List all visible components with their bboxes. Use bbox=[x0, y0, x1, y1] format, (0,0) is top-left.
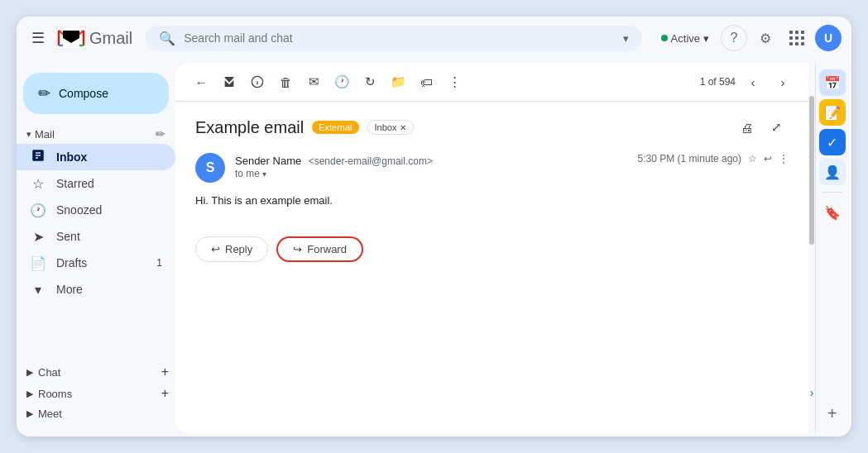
edit-icon[interactable]: ✏ bbox=[156, 127, 165, 141]
compose-label: Compose bbox=[59, 87, 108, 100]
bookmark-panel-button[interactable]: 🔖 bbox=[819, 199, 846, 226]
more-actions-button[interactable]: ⋮ bbox=[442, 69, 467, 94]
forward-button[interactable]: ↪ Forward bbox=[276, 236, 363, 262]
inbox-tag-close-icon[interactable]: ✕ bbox=[400, 123, 406, 132]
meet-label: Meet bbox=[38, 408, 62, 420]
compose-button[interactable]: ✏ Compose bbox=[23, 73, 169, 114]
search-input[interactable] bbox=[184, 31, 615, 45]
email-header: S Sender Name <sender-email@gmail.com> t… bbox=[195, 153, 789, 183]
mark-email-button[interactable]: ✉ bbox=[301, 69, 326, 94]
delete-button[interactable]: 🗑 bbox=[273, 69, 298, 94]
sidebar-item-inbox[interactable]: Inbox bbox=[17, 144, 175, 170]
sent-label: Sent bbox=[56, 230, 80, 243]
tasks-panel-button[interactable]: ✓ bbox=[819, 129, 846, 155]
sidebar-item-snoozed[interactable]: 🕐 Snoozed bbox=[17, 197, 175, 223]
drafts-icon: 📄 bbox=[30, 255, 46, 271]
email-subject: Example email bbox=[195, 118, 304, 137]
avatar[interactable]: U bbox=[815, 25, 842, 51]
external-tag: External bbox=[312, 121, 358, 134]
inbox-tag[interactable]: Inbox ✕ bbox=[367, 120, 415, 135]
svg-rect-8 bbox=[789, 36, 793, 40]
drafts-badge: 1 bbox=[156, 257, 162, 269]
search-dropdown-icon[interactable]: ▾ bbox=[623, 32, 629, 45]
sidebar-item-drafts[interactable]: 📄 Drafts 1 bbox=[17, 250, 175, 276]
reply-icon: ↩ bbox=[211, 243, 220, 255]
action-buttons: ↩ Reply ↪ Forward bbox=[195, 230, 789, 269]
drafts-label: Drafts bbox=[56, 256, 87, 269]
starred-icon: ☆ bbox=[30, 176, 46, 192]
meet-section-label: ▶ Meet bbox=[26, 408, 62, 420]
main-layout: ✏ Compose ▾ Mail ✏ Inbox ☆ Starred bbox=[17, 60, 851, 436]
help-button[interactable]: ? bbox=[721, 25, 747, 51]
svg-rect-7 bbox=[801, 31, 804, 34]
pagination: 1 of 594 bbox=[700, 76, 736, 88]
sidebar-item-chat[interactable]: ▶ Chat + bbox=[17, 361, 175, 383]
next-email-button[interactable]: › bbox=[770, 69, 795, 94]
rooms-section-label: ▶ Rooms bbox=[26, 388, 72, 400]
sidebar-item-sent[interactable]: ➤ Sent bbox=[17, 223, 175, 250]
prev-email-button[interactable]: ‹ bbox=[741, 69, 765, 94]
back-button[interactable]: ← bbox=[189, 69, 213, 94]
sent-icon: ➤ bbox=[30, 229, 46, 245]
reply-icon[interactable]: ↩ bbox=[764, 153, 772, 165]
compose-icon: ✏ bbox=[38, 84, 50, 103]
calendar-panel-button[interactable]: 📅 bbox=[819, 69, 846, 96]
rooms-label: Rooms bbox=[38, 388, 72, 400]
more-options-button[interactable]: ⋮ bbox=[779, 153, 789, 165]
sidebar-bottom: ▶ Chat + ▶ Rooms + ▶ Meet bbox=[17, 355, 175, 430]
gmail-logo: Gmail bbox=[56, 26, 132, 50]
chat-label: Chat bbox=[38, 366, 60, 379]
snoozed-icon: 🕐 bbox=[30, 203, 46, 218]
reply-button[interactable]: ↩ Reply bbox=[195, 236, 268, 262]
settings-button[interactable]: ⚙ bbox=[752, 25, 779, 51]
sidebar-item-more[interactable]: ▾ More bbox=[17, 276, 175, 303]
more-label: More bbox=[56, 283, 83, 296]
scrollbar-thumb[interactable] bbox=[809, 96, 814, 245]
meet-expand-icon: ▶ bbox=[26, 408, 33, 419]
to-me-chevron-icon[interactable]: ▾ bbox=[262, 169, 266, 179]
add-panel-button[interactable]: + bbox=[819, 400, 846, 427]
notes-panel-button[interactable]: 📝 bbox=[819, 99, 846, 126]
snooze-button[interactable]: 🕐 bbox=[329, 69, 354, 94]
pagination-text: 1 of 594 bbox=[700, 76, 736, 88]
contacts-panel-button[interactable]: 👤 bbox=[819, 159, 846, 185]
inbox-tag-label: Inbox bbox=[375, 122, 397, 132]
mail-section: ▾ Mail ✏ bbox=[17, 124, 175, 144]
apps-button[interactable] bbox=[784, 25, 810, 51]
move-button[interactable]: ↻ bbox=[357, 69, 382, 94]
settings-icon: ⚙ bbox=[760, 31, 771, 46]
svg-rect-12 bbox=[795, 42, 798, 45]
sidebar-item-meet[interactable]: ▶ Meet bbox=[17, 404, 175, 423]
chat-add-button[interactable]: + bbox=[161, 365, 169, 379]
menu-button[interactable]: ☰ bbox=[26, 24, 50, 52]
search-bar[interactable]: 🔍 ▾ bbox=[146, 26, 642, 51]
archive-button[interactable] bbox=[217, 69, 242, 94]
sidebar-item-starred[interactable]: ☆ Starred bbox=[17, 170, 175, 197]
email-time: 5:30 PM (1 minute ago) bbox=[638, 153, 741, 165]
label-button[interactable]: 🏷 bbox=[414, 69, 439, 94]
toolbar-left: ← 🗑 ✉ 🕐 ↻ 📁 🏷 ⋮ bbox=[189, 69, 467, 94]
rooms-add-button[interactable]: + bbox=[161, 386, 169, 401]
active-status[interactable]: Active ▾ bbox=[655, 29, 716, 48]
scroll-right-icon: › bbox=[810, 386, 814, 399]
scroll-bottom-chevron[interactable]: › bbox=[810, 385, 814, 400]
star-button[interactable]: ☆ bbox=[748, 153, 757, 165]
expand-button[interactable]: ⤢ bbox=[764, 115, 789, 140]
folder-button[interactable]: 📁 bbox=[386, 69, 410, 94]
sidebar-item-rooms[interactable]: ▶ Rooms + bbox=[17, 383, 175, 404]
mail-collapse-icon[interactable]: ▾ bbox=[26, 129, 31, 140]
more-icon: ▾ bbox=[30, 282, 46, 298]
email-toolbar: ← 🗑 ✉ 🕐 ↻ 📁 🏷 ⋮ bbox=[175, 63, 808, 102]
print-button[interactable]: 🖨 bbox=[734, 115, 759, 140]
right-panel: 📅 📝 ✓ 👤 🔖 + bbox=[815, 63, 848, 433]
help-icon: ? bbox=[731, 31, 738, 45]
starred-label: Starred bbox=[56, 177, 94, 190]
email-subject-row: Example email External Inbox ✕ 🖨 ⤢ bbox=[195, 115, 789, 140]
active-chevron-icon: ▾ bbox=[703, 32, 709, 45]
info-button[interactable] bbox=[245, 69, 270, 94]
svg-rect-11 bbox=[789, 42, 793, 45]
active-label: Active bbox=[671, 32, 700, 45]
panel-divider bbox=[822, 192, 842, 193]
search-icon: 🔍 bbox=[159, 31, 175, 46]
chat-section-label: ▶ Chat bbox=[26, 366, 60, 379]
